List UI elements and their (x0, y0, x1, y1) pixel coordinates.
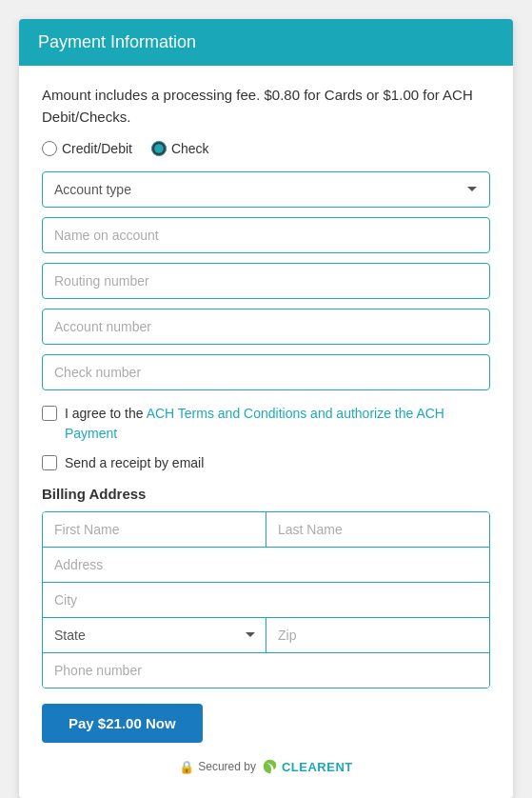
name-row (43, 512, 489, 548)
last-name-input[interactable] (266, 512, 489, 547)
ach-terms-prefix: I agree to the (65, 406, 147, 421)
account-type-select[interactable]: Account type Checking Savings (42, 171, 490, 208)
check-option[interactable]: Check (151, 141, 209, 156)
ach-terms-checkbox[interactable] (42, 406, 57, 421)
billing-address-form: State ALAKAZAR CACOCTDE FLGAHIID ILINIAK… (42, 511, 490, 688)
clearent-leaf-icon (262, 758, 279, 775)
payment-method-group: Credit/Debit Check (42, 141, 490, 156)
zip-input[interactable] (266, 618, 489, 652)
address-row (43, 548, 489, 583)
zip-cell (266, 618, 489, 652)
card-header: Payment Information (19, 19, 513, 66)
name-on-account-input[interactable] (42, 217, 490, 253)
receipt-checkbox[interactable] (42, 455, 57, 470)
account-type-group: Account type Checking Savings (42, 171, 490, 208)
phone-cell (43, 653, 489, 688)
routing-number-group (42, 263, 490, 299)
billing-title: Billing Address (42, 486, 490, 502)
clearent-logo: CLEARENT (262, 758, 353, 775)
account-number-group (42, 309, 490, 345)
address-input[interactable] (43, 548, 489, 582)
secured-by-text: Secured by (198, 760, 256, 773)
card-body: Amount includes a processing fee. $0.80 … (19, 66, 513, 798)
pay-button[interactable]: Pay $21.00 Now (42, 704, 203, 743)
credit-debit-option[interactable]: Credit/Debit (42, 141, 132, 156)
first-name-cell (43, 512, 266, 547)
city-row (43, 583, 489, 618)
account-number-input[interactable] (42, 309, 490, 345)
check-number-input[interactable] (42, 354, 490, 390)
routing-number-input[interactable] (42, 263, 490, 299)
ach-terms-label[interactable]: I agree to the ACH Terms and Conditions … (65, 404, 490, 444)
name-on-account-group (42, 217, 490, 253)
address-cell (43, 548, 489, 582)
secured-footer: 🔒 Secured by CLEARENT (42, 758, 490, 775)
clearent-name: CLEARENT (282, 760, 353, 774)
city-input[interactable] (43, 583, 489, 617)
page-title: Payment Information (38, 32, 196, 51)
payment-card: Payment Information Amount includes a pr… (19, 19, 513, 798)
phone-row (43, 653, 489, 688)
credit-debit-label: Credit/Debit (62, 141, 132, 156)
last-name-cell (266, 512, 489, 547)
check-number-group (42, 354, 490, 390)
credit-debit-radio[interactable] (42, 141, 57, 156)
state-select[interactable]: State ALAKAZAR CACOCTDE FLGAHIID ILINIAK… (43, 618, 266, 652)
check-radio[interactable] (151, 141, 167, 156)
ach-terms-group: I agree to the ACH Terms and Conditions … (42, 404, 490, 444)
first-name-input[interactable] (43, 512, 266, 547)
state-zip-row: State ALAKAZAR CACOCTDE FLGAHIID ILINIAK… (43, 618, 489, 653)
city-cell (43, 583, 489, 617)
phone-input[interactable] (43, 653, 489, 688)
secured-text: 🔒 Secured by (179, 760, 256, 774)
processing-note: Amount includes a processing fee. $0.80 … (42, 85, 490, 128)
check-label: Check (171, 141, 209, 156)
state-cell: State ALAKAZAR CACOCTDE FLGAHIID ILINIAK… (43, 618, 266, 652)
lock-icon: 🔒 (179, 760, 194, 774)
receipt-group: Send a receipt by email (42, 455, 490, 470)
receipt-label[interactable]: Send a receipt by email (65, 455, 204, 470)
